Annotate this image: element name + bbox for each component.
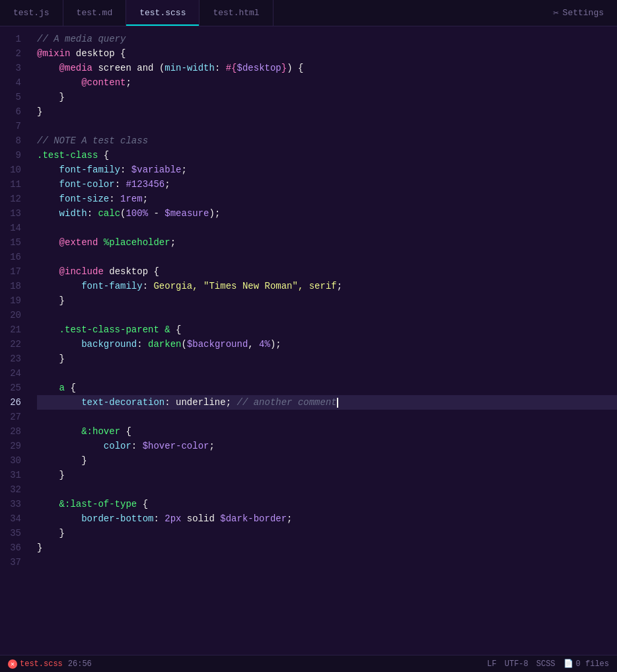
ln-27: 27 bbox=[0, 410, 21, 424]
ln-13: 13 bbox=[0, 206, 21, 221]
code-line-12: font-size: 1rem; bbox=[37, 192, 617, 206]
status-lang[interactable]: SCSS bbox=[536, 659, 556, 669]
ln-34: 34 bbox=[0, 511, 21, 526]
ln-15: 15 bbox=[0, 235, 21, 250]
ln-12: 12 bbox=[0, 192, 21, 206]
code-line-14 bbox=[37, 221, 617, 235]
ln-7: 7 bbox=[0, 119, 21, 133]
ln-37: 37 bbox=[0, 555, 21, 570]
code-line-11: font-color: #123456; bbox=[37, 177, 617, 192]
code-line-28: &:hover { bbox=[37, 424, 617, 439]
code-line-25: a { bbox=[37, 381, 617, 395]
ln-11: 11 bbox=[0, 177, 21, 192]
tab-label: test.js bbox=[13, 8, 50, 18]
code-line-19: } bbox=[37, 293, 617, 308]
files-icon: 📄 bbox=[563, 659, 573, 669]
code-line-30: } bbox=[37, 453, 617, 468]
code-line-16 bbox=[37, 250, 617, 264]
ln-4: 4 bbox=[0, 75, 21, 90]
ln-33: 33 bbox=[0, 497, 21, 511]
status-encoding[interactable]: UTF-8 bbox=[505, 659, 528, 669]
code-line-2: @mixin desktop { bbox=[37, 46, 617, 61]
status-file: test.scss bbox=[20, 659, 63, 669]
code-line-20 bbox=[37, 308, 617, 322]
tab-label: test.scss bbox=[139, 8, 186, 18]
status-files: 📄0 files bbox=[563, 659, 609, 669]
ln-6: 6 bbox=[0, 104, 21, 119]
status-right: LF UTF-8 SCSS 📄0 files bbox=[487, 659, 609, 669]
code-line-3: @media screen and (min-width: #{$desktop… bbox=[37, 61, 617, 75]
tab-spacer bbox=[273, 0, 540, 26]
ln-31: 31 bbox=[0, 468, 21, 482]
code-line-27 bbox=[37, 410, 617, 424]
code-line-4: @content; bbox=[37, 75, 617, 90]
status-cursor: 26:56 bbox=[68, 659, 92, 669]
code-line-36: } bbox=[37, 541, 617, 555]
code-line-33: &:last-of-type { bbox=[37, 497, 617, 511]
tab-test-md[interactable]: test.md bbox=[63, 0, 127, 26]
line-numbers: 1 2 3 4 5 6 7 8 9 10 11 12 13 14 15 16 1… bbox=[0, 26, 32, 655]
code-line-9: .test-class { bbox=[37, 148, 617, 163]
error-icon: ✕ bbox=[8, 659, 17, 669]
settings-icon: ✂ bbox=[553, 7, 558, 19]
settings-label: Settings bbox=[563, 8, 604, 18]
ln-26: 26 bbox=[0, 395, 21, 410]
ln-2: 2 bbox=[0, 46, 21, 61]
ln-3: 3 bbox=[0, 61, 21, 75]
editor: 1 2 3 4 5 6 7 8 9 10 11 12 13 14 15 16 1… bbox=[0, 26, 617, 655]
tab-test-scss[interactable]: test.scss bbox=[126, 0, 200, 26]
ln-22: 22 bbox=[0, 337, 21, 352]
code-line-15: @extend %placeholder; bbox=[37, 235, 617, 250]
ln-24: 24 bbox=[0, 366, 21, 381]
status-lf[interactable]: LF bbox=[487, 659, 496, 669]
code-area[interactable]: // A media query @mixin desktop { @media… bbox=[32, 26, 617, 655]
status-left: ✕ test.scss 26:56 bbox=[8, 659, 92, 669]
settings-tab[interactable]: ✂ Settings bbox=[540, 0, 617, 26]
status-bar: ✕ test.scss 26:56 LF UTF-8 SCSS 📄0 files bbox=[0, 655, 617, 672]
ln-18: 18 bbox=[0, 279, 21, 293]
code-line-34: border-bottom: 2px solid $dark-border; bbox=[37, 511, 617, 526]
tab-test-html[interactable]: test.html bbox=[200, 0, 273, 26]
code-line-21: .test-class-parent & { bbox=[37, 322, 617, 337]
ln-14: 14 bbox=[0, 221, 21, 235]
ln-29: 29 bbox=[0, 439, 21, 453]
ln-35: 35 bbox=[0, 526, 21, 541]
status-error: ✕ test.scss bbox=[8, 659, 63, 669]
ln-20: 20 bbox=[0, 308, 21, 322]
ln-28: 28 bbox=[0, 424, 21, 439]
ln-9: 9 bbox=[0, 148, 21, 163]
code-line-5: } bbox=[37, 90, 617, 104]
ln-10: 10 bbox=[0, 163, 21, 177]
code-line-35: } bbox=[37, 526, 617, 541]
ln-21: 21 bbox=[0, 322, 21, 337]
ln-36: 36 bbox=[0, 541, 21, 555]
ln-5: 5 bbox=[0, 90, 21, 104]
ln-8: 8 bbox=[0, 133, 21, 148]
code-line-31: } bbox=[37, 468, 617, 482]
code-line-37 bbox=[37, 555, 617, 570]
code-line-6: } bbox=[37, 104, 617, 119]
code-line-13: width: calc(100% - $measure); bbox=[37, 206, 617, 221]
ln-25: 25 bbox=[0, 381, 21, 395]
ln-19: 19 bbox=[0, 293, 21, 308]
ln-16: 16 bbox=[0, 250, 21, 264]
code-line-32 bbox=[37, 482, 617, 497]
ln-23: 23 bbox=[0, 352, 21, 366]
ln-32: 32 bbox=[0, 482, 21, 497]
code-line-17: @include desktop { bbox=[37, 264, 617, 279]
tab-label: test.html bbox=[213, 8, 259, 18]
tab-test-js[interactable]: test.js bbox=[0, 0, 63, 26]
code-line-1: // A media query bbox=[37, 32, 617, 46]
code-line-24 bbox=[37, 366, 617, 381]
code-line-7 bbox=[37, 119, 617, 133]
ln-1: 1 bbox=[0, 32, 21, 46]
code-line-8: // NOTE A test class bbox=[37, 133, 617, 148]
code-line-29: color: $hover-color; bbox=[37, 439, 617, 453]
tab-bar: test.js test.md test.scss test.html ✂ Se… bbox=[0, 0, 617, 26]
code-line-23: } bbox=[37, 352, 617, 366]
ln-30: 30 bbox=[0, 453, 21, 468]
tab-label: test.md bbox=[77, 8, 113, 18]
code-line-26: text-decoration: underline; // another c… bbox=[37, 395, 617, 410]
code-line-22: background: darken($background, 4%); bbox=[37, 337, 617, 352]
code-line-18: font-family: Georgia, "Times New Roman",… bbox=[37, 279, 617, 293]
